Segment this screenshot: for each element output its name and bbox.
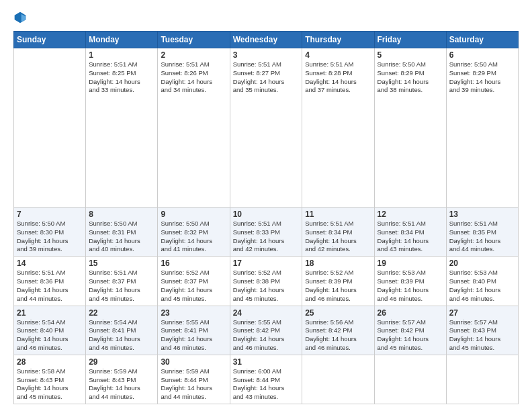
calendar-table: Sunday Monday Tuesday Wednesday Thursday…: [13, 31, 519, 404]
day-number: 1: [89, 50, 154, 60]
col-friday: Friday: [374, 32, 446, 48]
day-number: 5: [378, 50, 443, 60]
day-info: Sunrise: 5:54 AM Sunset: 8:40 PM Dayligh…: [17, 318, 83, 353]
day-cell: 6Sunrise: 5:50 AM Sunset: 8:29 PM Daylig…: [446, 48, 518, 208]
week-row-4: 21Sunrise: 5:54 AM Sunset: 8:40 PM Dayli…: [14, 306, 519, 355]
day-number: 21: [17, 308, 83, 318]
day-cell: 12Sunrise: 5:51 AM Sunset: 8:34 PM Dayli…: [374, 208, 446, 257]
day-info: Sunrise: 5:51 AM Sunset: 8:26 PM Dayligh…: [161, 60, 226, 95]
week-row-2: 7Sunrise: 5:50 AM Sunset: 8:30 PM Daylig…: [14, 208, 519, 257]
day-info: Sunrise: 5:59 AM Sunset: 8:43 PM Dayligh…: [89, 367, 154, 402]
day-cell: 24Sunrise: 5:55 AM Sunset: 8:42 PM Dayli…: [230, 306, 302, 355]
day-cell: 3Sunrise: 5:51 AM Sunset: 8:27 PM Daylig…: [230, 48, 302, 208]
header: [13, 11, 519, 24]
col-thursday: Thursday: [302, 32, 374, 48]
day-info: Sunrise: 5:51 AM Sunset: 8:36 PM Dayligh…: [17, 269, 83, 303]
day-info: Sunrise: 5:51 AM Sunset: 8:28 PM Dayligh…: [305, 60, 371, 95]
day-number: 24: [233, 308, 300, 318]
week-row-1: 1Sunrise: 5:51 AM Sunset: 8:25 PM Daylig…: [14, 48, 519, 208]
day-cell: 31Sunrise: 6:00 AM Sunset: 8:44 PM Dayli…: [230, 355, 302, 404]
day-cell: 13Sunrise: 5:51 AM Sunset: 8:35 PM Dayli…: [446, 208, 518, 257]
day-number: 30: [161, 357, 226, 367]
day-number: 6: [449, 50, 515, 60]
day-cell: 20Sunrise: 5:53 AM Sunset: 8:40 PM Dayli…: [446, 257, 518, 306]
day-cell: [302, 355, 374, 404]
day-cell: 8Sunrise: 5:50 AM Sunset: 8:31 PM Daylig…: [86, 208, 158, 257]
day-number: 4: [305, 50, 371, 60]
day-cell: 28Sunrise: 5:58 AM Sunset: 8:43 PM Dayli…: [14, 355, 86, 404]
day-info: Sunrise: 5:57 AM Sunset: 8:43 PM Dayligh…: [449, 318, 515, 353]
day-number: 25: [305, 308, 371, 318]
day-number: 12: [378, 210, 443, 219]
day-info: Sunrise: 5:55 AM Sunset: 8:42 PM Dayligh…: [233, 318, 300, 353]
day-info: Sunrise: 5:51 AM Sunset: 8:35 PM Dayligh…: [449, 220, 515, 254]
day-cell: 16Sunrise: 5:52 AM Sunset: 8:37 PM Dayli…: [158, 257, 230, 306]
day-info: Sunrise: 5:59 AM Sunset: 8:44 PM Dayligh…: [161, 367, 226, 402]
day-number: 15: [89, 259, 154, 268]
day-info: Sunrise: 5:50 AM Sunset: 8:29 PM Dayligh…: [449, 60, 515, 95]
day-number: 26: [378, 308, 443, 318]
day-number: 8: [89, 210, 154, 219]
day-cell: [446, 355, 518, 404]
col-saturday: Saturday: [446, 32, 518, 48]
day-cell: 9Sunrise: 5:50 AM Sunset: 8:32 PM Daylig…: [158, 208, 230, 257]
week-row-5: 28Sunrise: 5:58 AM Sunset: 8:43 PM Dayli…: [14, 355, 519, 404]
day-cell: 19Sunrise: 5:53 AM Sunset: 8:39 PM Dayli…: [374, 257, 446, 306]
day-info: Sunrise: 5:55 AM Sunset: 8:41 PM Dayligh…: [161, 318, 226, 353]
day-cell: [374, 355, 446, 404]
day-info: Sunrise: 5:51 AM Sunset: 8:27 PM Dayligh…: [233, 60, 300, 95]
day-cell: 1Sunrise: 5:51 AM Sunset: 8:25 PM Daylig…: [86, 48, 158, 208]
day-info: Sunrise: 5:50 AM Sunset: 8:32 PM Dayligh…: [161, 220, 226, 254]
day-info: Sunrise: 5:51 AM Sunset: 8:25 PM Dayligh…: [89, 60, 154, 95]
calendar-page: Sunday Monday Tuesday Wednesday Thursday…: [0, 0, 532, 411]
col-monday: Monday: [86, 32, 158, 48]
day-number: 29: [89, 357, 154, 367]
day-cell: 26Sunrise: 5:57 AM Sunset: 8:42 PM Dayli…: [374, 306, 446, 355]
day-number: 3: [233, 50, 300, 60]
col-wednesday: Wednesday: [230, 32, 302, 48]
day-cell: 29Sunrise: 5:59 AM Sunset: 8:43 PM Dayli…: [86, 355, 158, 404]
day-number: 28: [17, 357, 83, 367]
day-info: Sunrise: 5:51 AM Sunset: 8:37 PM Dayligh…: [89, 269, 154, 303]
logo: [13, 11, 30, 24]
day-number: 17: [233, 259, 300, 268]
col-tuesday: Tuesday: [158, 32, 230, 48]
header-row: Sunday Monday Tuesday Wednesday Thursday…: [14, 32, 519, 48]
day-info: Sunrise: 6:00 AM Sunset: 8:44 PM Dayligh…: [233, 367, 300, 402]
day-info: Sunrise: 5:52 AM Sunset: 8:37 PM Dayligh…: [161, 269, 226, 303]
day-cell: 11Sunrise: 5:51 AM Sunset: 8:34 PM Dayli…: [302, 208, 374, 257]
day-cell: 10Sunrise: 5:51 AM Sunset: 8:33 PM Dayli…: [230, 208, 302, 257]
day-number: 2: [161, 50, 226, 60]
day-info: Sunrise: 5:58 AM Sunset: 8:43 PM Dayligh…: [17, 367, 83, 402]
day-info: Sunrise: 5:53 AM Sunset: 8:39 PM Dayligh…: [378, 269, 443, 303]
day-number: 9: [161, 210, 226, 219]
day-number: 22: [89, 308, 154, 318]
day-number: 20: [449, 259, 515, 268]
day-cell: 5Sunrise: 5:50 AM Sunset: 8:29 PM Daylig…: [374, 48, 446, 208]
day-cell: 4Sunrise: 5:51 AM Sunset: 8:28 PM Daylig…: [302, 48, 374, 208]
day-number: 10: [233, 210, 300, 219]
day-number: 11: [305, 210, 371, 219]
day-number: 19: [378, 259, 443, 268]
day-number: 18: [305, 259, 371, 268]
day-cell: 30Sunrise: 5:59 AM Sunset: 8:44 PM Dayli…: [158, 355, 230, 404]
col-sunday: Sunday: [14, 32, 86, 48]
day-number: 27: [449, 308, 515, 318]
day-info: Sunrise: 5:53 AM Sunset: 8:40 PM Dayligh…: [449, 269, 515, 303]
day-cell: 15Sunrise: 5:51 AM Sunset: 8:37 PM Dayli…: [86, 257, 158, 306]
week-row-3: 14Sunrise: 5:51 AM Sunset: 8:36 PM Dayli…: [14, 257, 519, 306]
day-info: Sunrise: 5:50 AM Sunset: 8:30 PM Dayligh…: [17, 220, 83, 254]
day-info: Sunrise: 5:56 AM Sunset: 8:42 PM Dayligh…: [305, 318, 371, 353]
day-cell: 18Sunrise: 5:52 AM Sunset: 8:39 PM Dayli…: [302, 257, 374, 306]
day-number: 14: [17, 259, 83, 268]
day-info: Sunrise: 5:54 AM Sunset: 8:41 PM Dayligh…: [89, 318, 154, 353]
day-info: Sunrise: 5:57 AM Sunset: 8:42 PM Dayligh…: [378, 318, 443, 353]
day-number: 23: [161, 308, 226, 318]
day-info: Sunrise: 5:50 AM Sunset: 8:31 PM Dayligh…: [89, 220, 154, 254]
day-info: Sunrise: 5:52 AM Sunset: 8:38 PM Dayligh…: [233, 269, 300, 303]
day-info: Sunrise: 5:51 AM Sunset: 8:34 PM Dayligh…: [305, 220, 371, 254]
day-info: Sunrise: 5:50 AM Sunset: 8:29 PM Dayligh…: [378, 60, 443, 95]
day-cell: 14Sunrise: 5:51 AM Sunset: 8:36 PM Dayli…: [14, 257, 86, 306]
day-cell: [14, 48, 86, 208]
day-info: Sunrise: 5:52 AM Sunset: 8:39 PM Dayligh…: [305, 269, 371, 303]
